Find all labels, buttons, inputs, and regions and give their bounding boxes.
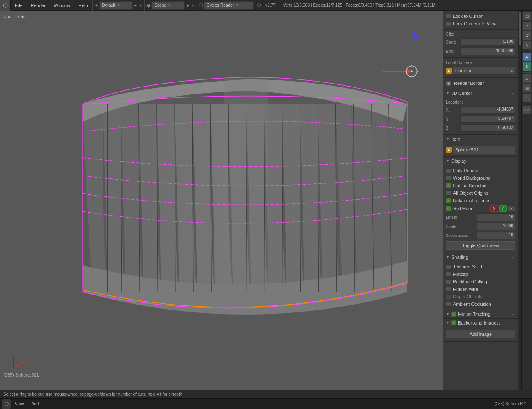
toggle-quad-view-btn[interactable]: Toggle Quad View — [446, 241, 515, 250]
motion-tracking-section: ▼ ✓ Motion Tracking ··· — [443, 310, 518, 319]
render-engine-dropdown[interactable]: Cycles Render ▼ — [204, 1, 254, 10]
grid-x-btn[interactable]: X — [490, 205, 498, 212]
scrollbar-thumb[interactable] — [519, 12, 521, 45]
clip-section: Clip: Start: 0.100 End: 1000.000 — [443, 30, 518, 58]
grid-y-btn[interactable]: Y — [499, 205, 507, 212]
camera-close-btn[interactable]: × — [511, 68, 513, 73]
cursor-x-input[interactable]: -1.84837 — [460, 106, 515, 114]
tool-c[interactable]: ≡ — [522, 74, 532, 83]
world-background-checkbox[interactable] — [446, 176, 451, 181]
close-scene-btn[interactable]: × — [191, 3, 195, 8]
tool-f[interactable]: ✓✓ — [522, 105, 532, 114]
outline-selected-checkbox[interactable]: ✓ — [446, 183, 451, 188]
ambient-occlusion-checkbox[interactable] — [446, 302, 451, 307]
textured-solid-checkbox[interactable] — [446, 264, 451, 269]
background-images-section: ▼ ✓ Background Images: ··· Add Image — [443, 319, 518, 342]
depth-of-field-checkbox[interactable] — [446, 294, 451, 299]
background-images-checkbox[interactable]: ✓ — [451, 320, 456, 325]
grid-lines-input[interactable]: 16 — [477, 213, 515, 221]
motion-tracking-title: Motion Tracking — [458, 312, 490, 317]
add-image-btn[interactable]: Add Image — [446, 330, 515, 338]
grid-floor-checkbox[interactable]: ✓ — [446, 206, 451, 211]
tool-select[interactable]: ⊡ — [522, 12, 532, 21]
render-engine-section: ⬡ Cycles Render ▼ — [197, 0, 255, 11]
tool-b[interactable]: S — [522, 62, 532, 71]
relationship-lines-checkbox[interactable]: ✓ — [446, 198, 451, 203]
clip-end-input[interactable]: 1000.000 — [460, 47, 515, 55]
cursor-z-row: Z: 6.50132 — [446, 124, 515, 133]
shading-header[interactable]: ▼ Shading ··· — [443, 253, 518, 261]
backface-culling-row: Backface Culling — [446, 278, 515, 285]
mesh-faces — [83, 79, 407, 315]
background-images-arrow: ▼ — [446, 321, 450, 325]
status-message: Select a ring to be cut, use mouse-wheel… — [3, 392, 182, 397]
tool-d[interactable]: ⊞ — [522, 84, 532, 93]
background-images-options[interactable]: ··· — [512, 321, 515, 325]
display-header[interactable]: ▼ Display ··· — [443, 157, 518, 165]
taskbar-add[interactable]: Add — [28, 399, 42, 409]
lock-to-cursor-checkbox[interactable] — [446, 14, 451, 19]
menu-file[interactable]: File — [11, 0, 27, 11]
item-header[interactable]: ▼ Item ··· — [443, 135, 518, 143]
item-name-row: ● Sphere.521 — [446, 145, 515, 155]
clip-start-input[interactable]: 0.100 — [460, 38, 515, 46]
tool-translate[interactable]: ⤢ — [522, 21, 532, 30]
render-engine-icon: ⬡ — [199, 2, 203, 8]
svg-point-26 — [411, 70, 412, 72]
cursor-3d-header[interactable]: ▼ 3D Cursor ··· — [443, 89, 518, 97]
menu-help[interactable]: Help — [74, 0, 92, 11]
right-panel-scrollbar[interactable] — [518, 11, 521, 390]
lock-camera-checkbox[interactable] — [446, 21, 451, 26]
menu-render[interactable]: Render — [27, 0, 50, 11]
local-camera-label: Local Camera: — [446, 59, 515, 66]
stats-text: Verts:13/3,668 | Edges:12/7,125 | Faces:… — [280, 3, 530, 7]
display-options[interactable]: ··· — [512, 159, 515, 163]
grid-subdivisions-row: Subdivisions: 10 — [446, 231, 515, 240]
motion-tracking-options[interactable]: ··· — [512, 312, 515, 316]
cursor-3d-options[interactable]: ··· — [512, 91, 515, 95]
hidden-wire-checkbox[interactable] — [446, 287, 451, 292]
tool-e[interactable]: ∿ — [522, 93, 532, 102]
workspace-section: ⊞ Default ▼ + × — [92, 0, 145, 11]
render-border-section: ▣ Render Border — [443, 78, 518, 89]
grid-z-btn[interactable]: Z — [508, 205, 515, 212]
menu-window[interactable]: Window — [50, 0, 74, 11]
only-render-checkbox[interactable] — [446, 168, 451, 173]
grid-scale-input[interactable]: 1.000 — [477, 223, 515, 230]
outline-selected-row: ✓ Outline Selected — [446, 182, 515, 189]
cursor-3d-section: ▼ 3D Cursor ··· Location: X: -1.84837 Y:… — [443, 89, 518, 135]
workspace-dropdown[interactable]: Default ▼ — [99, 1, 133, 10]
background-images-header[interactable]: ▼ ✓ Background Images: ··· — [443, 319, 518, 327]
render-border-row: ▣ Render Border — [446, 79, 515, 87]
hidden-wire-label: Hidden Wire — [453, 287, 478, 292]
blender-icon[interactable]: ⬡ — [0, 0, 11, 11]
viewport-label: User Ortho — [3, 14, 26, 19]
right-panel: Lock to Cursor Lock Camera to View Clip:… — [443, 11, 518, 390]
scene-dropdown[interactable]: Scene ▼ — [151, 1, 185, 10]
motion-tracking-checkbox[interactable]: ✓ — [451, 312, 456, 317]
tool-a[interactable]: A — [522, 52, 532, 62]
grid-subdivisions-input[interactable]: 10 — [477, 232, 515, 239]
lock-camera-label: Lock Camera to View — [453, 21, 496, 26]
taskbar-blender-icon[interactable]: ⬡ — [2, 399, 11, 409]
all-object-origins-checkbox[interactable] — [446, 191, 451, 196]
tool-rotate[interactable]: ↺ — [522, 31, 532, 40]
cursor-x-label: X: — [446, 108, 458, 112]
viewport[interactable]: User Ortho — [0, 11, 443, 390]
shading-options[interactable]: ··· — [512, 255, 515, 259]
backface-culling-checkbox[interactable] — [446, 279, 451, 284]
item-name-field[interactable]: Sphere.521 — [453, 146, 515, 154]
item-options[interactable]: ··· — [512, 137, 515, 141]
matcap-checkbox[interactable] — [446, 272, 451, 277]
tool-scale[interactable]: ⤡ — [522, 40, 532, 50]
taskbar-view[interactable]: View — [12, 399, 27, 409]
add-scene-btn[interactable]: + — [185, 3, 190, 8]
close-workspace-btn[interactable]: × — [138, 3, 143, 8]
camera-field[interactable]: Camera × — [453, 67, 515, 75]
cursor-z-input[interactable]: 6.50132 — [460, 124, 515, 132]
add-workspace-btn[interactable]: + — [133, 3, 138, 8]
display-title: Display — [451, 159, 466, 164]
mesh-viewport[interactable]: X Z — [0, 11, 443, 390]
cursor-y-input[interactable]: 5.54787 — [460, 115, 515, 123]
motion-tracking-header[interactable]: ▼ ✓ Motion Tracking ··· — [443, 310, 518, 318]
